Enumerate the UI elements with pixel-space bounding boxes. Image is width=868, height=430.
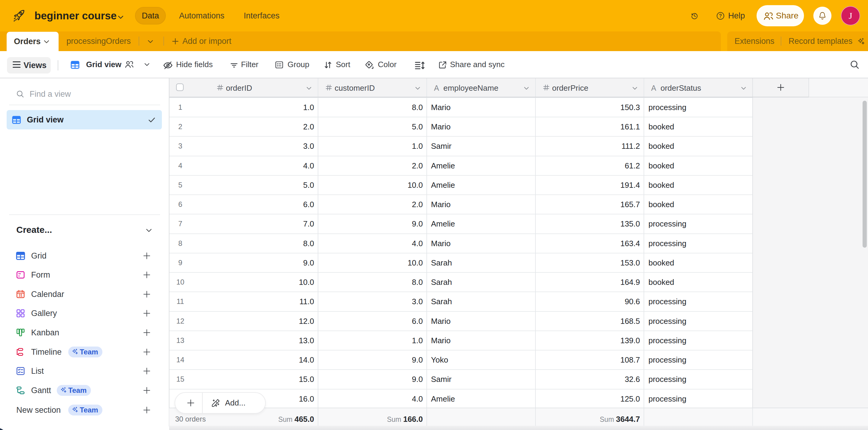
svg-text:31: 31: [19, 293, 23, 297]
